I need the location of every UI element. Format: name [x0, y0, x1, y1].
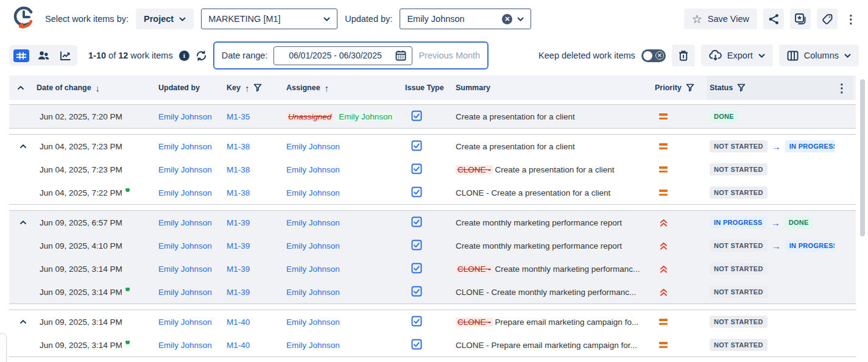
- assignee-link[interactable]: Emily Johnson: [286, 142, 340, 151]
- assignee-link[interactable]: Emily Johnson: [286, 341, 340, 350]
- tag-icon: [822, 13, 833, 25]
- clear-filter-icon[interactable]: ✕: [502, 14, 512, 24]
- delete-button[interactable]: [672, 44, 695, 66]
- table-kebab-menu-icon[interactable]: ⋮: [836, 79, 848, 97]
- assignee-link[interactable]: Emily Johnson: [286, 188, 340, 197]
- side-panel-tab[interactable]: [0, 333, 7, 362]
- assignee-link[interactable]: Emily Johnson: [286, 218, 340, 227]
- work-item-key-link[interactable]: M1-39: [227, 241, 250, 250]
- updated-by-link[interactable]: Emily Johnson: [158, 165, 212, 174]
- export-button[interactable]: Export: [701, 44, 773, 66]
- work-item-key-link[interactable]: M1-39: [227, 264, 250, 274]
- column-header-issue-type: Issue Type: [405, 83, 444, 92]
- sort-asc-icon[interactable]: ↑: [325, 83, 330, 93]
- vertical-scrollbar[interactable]: [860, 79, 865, 236]
- toggle-off-icon: ✕: [655, 51, 664, 60]
- date-of-change-cell: Jun 04, 2025, 7:22 PM: [37, 188, 158, 197]
- saved-views-button[interactable]: [790, 9, 811, 29]
- table-row[interactable]: Jun 09, 2025, 4:10 PM Emily Johnson M1-3…: [9, 234, 856, 257]
- updated-by-link[interactable]: Emily Johnson: [158, 241, 212, 250]
- share-button[interactable]: [763, 9, 784, 29]
- sort-desc-icon[interactable]: ↓: [96, 83, 101, 93]
- filter-icon[interactable]: [686, 83, 694, 92]
- tag-button[interactable]: [817, 9, 838, 29]
- people-view-icon[interactable]: [34, 48, 53, 63]
- filter-icon[interactable]: [253, 83, 262, 92]
- chart-view-icon[interactable]: [55, 48, 75, 63]
- collapse-group-button[interactable]: [18, 142, 29, 151]
- kebab-menu-icon[interactable]: ⋮: [844, 9, 858, 29]
- medium-priority-icon: [659, 113, 668, 119]
- info-icon[interactable]: i: [179, 51, 189, 61]
- keep-deleted-toggle[interactable]: ✕: [641, 49, 666, 62]
- table-row[interactable]: Jun 04, 2025, 7:22 PM Emily Johnson M1-3…: [9, 181, 856, 204]
- assignee-link[interactable]: Emily Johnson: [286, 241, 340, 250]
- table-row[interactable]: Jun 09, 2025, 3:14 PM Emily Johnson M1-3…: [9, 257, 856, 280]
- count-suffix: work items: [130, 51, 172, 60]
- columns-button[interactable]: Columns: [779, 44, 859, 66]
- summary-text: CLONE - Prepare email marketing campaign…: [456, 341, 637, 350]
- assignee-link[interactable]: Emily Johnson: [286, 264, 340, 274]
- updated-by-link[interactable]: Emily Johnson: [158, 318, 212, 327]
- updated-by-link[interactable]: Emily Johnson: [158, 341, 212, 350]
- task-issue-type-icon: [405, 240, 422, 250]
- updated-by-link[interactable]: Emily Johnson: [158, 218, 212, 227]
- project-select[interactable]: MARKETING [M1]: [201, 9, 337, 29]
- assignee-link[interactable]: Emily Johnson: [286, 318, 340, 327]
- work-item-key-link[interactable]: M1-39: [227, 288, 250, 297]
- work-item-key-link[interactable]: M1-40: [227, 341, 250, 350]
- calendar-icon[interactable]: [395, 50, 406, 61]
- status-badge: DONE: [710, 110, 738, 122]
- medium-priority-icon: [659, 190, 668, 195]
- assignee-cell: Emily Johnson: [286, 318, 405, 327]
- updated-by-link[interactable]: Emily Johnson: [158, 142, 212, 151]
- work-item-key-link[interactable]: M1-35: [227, 112, 250, 121]
- summary-text: Create a presentation for a client: [456, 142, 575, 151]
- date-range-input[interactable]: 06/01/2025 - 06/30/2025: [273, 46, 412, 65]
- task-issue-type-icon: [405, 186, 422, 197]
- table-row[interactable]: Jun 02, 2025, 7:20 PM Emily Johnson M1-3…: [9, 105, 856, 128]
- summary-text: Create monthly marketing performance rep…: [456, 241, 622, 250]
- assignee-cell: Emily Johnson: [286, 218, 405, 227]
- assignee-link[interactable]: Emily Johnson: [286, 165, 340, 174]
- updated-by-select[interactable]: Emily Johnson ✕: [400, 9, 531, 29]
- updated-by-link[interactable]: Emily Johnson: [158, 288, 212, 297]
- medium-priority-icon: [659, 166, 668, 172]
- date-of-change-cell: Jun 09, 2025, 3:14 PM: [37, 318, 158, 327]
- work-item-key-link[interactable]: M1-38: [227, 165, 250, 174]
- app-logo-history-clock-icon: [10, 4, 38, 34]
- collapse-group-button[interactable]: [18, 318, 29, 326]
- removed-summary-prefix: CLONE -: [456, 318, 493, 327]
- work-item-change-group: Jun 04, 2025, 7:23 PM Emily Johnson M1-3…: [9, 134, 856, 205]
- table-row[interactable]: Jun 09, 2025, 3:14 PM Emily Johnson M1-3…: [9, 280, 856, 303]
- updated-by-link[interactable]: Emily Johnson: [158, 264, 212, 274]
- table-row[interactable]: Jun 09, 2025, 6:57 PM Emily Johnson M1-3…: [9, 211, 856, 234]
- collapse-all-button[interactable]: [18, 86, 24, 90]
- filter-icon[interactable]: [737, 83, 746, 92]
- updated-by-link[interactable]: Emily Johnson: [158, 112, 212, 121]
- table-row[interactable]: Jun 04, 2025, 7:23 PM Emily Johnson M1-3…: [9, 135, 856, 158]
- column-header-status: Status: [710, 83, 733, 92]
- work-item-key-link[interactable]: M1-40: [227, 318, 250, 327]
- table-row[interactable]: Jun 09, 2025, 3:14 PM Emily Johnson M1-4…: [9, 333, 856, 357]
- work-item-key-link[interactable]: M1-38: [227, 188, 250, 197]
- save-view-button[interactable]: ☆ Save View: [684, 9, 757, 29]
- table-view-icon[interactable]: [12, 48, 31, 63]
- summary-text: Create a presentation for a client: [456, 112, 575, 121]
- work-item-change-group: Jun 02, 2025, 7:20 PM Emily Johnson M1-3…: [9, 104, 856, 129]
- created-indicator-dot: [125, 341, 130, 344]
- table-row[interactable]: Jun 04, 2025, 7:23 PM Emily Johnson M1-3…: [9, 158, 856, 181]
- task-issue-type-icon: [405, 286, 422, 297]
- collapse-group-button[interactable]: [18, 218, 29, 227]
- table-row[interactable]: Jun 09, 2025, 3:14 PM Emily Johnson M1-4…: [9, 310, 856, 333]
- sort-asc-icon[interactable]: ↑: [245, 83, 250, 93]
- issue-type-cell: [405, 110, 456, 123]
- work-item-key-link[interactable]: M1-38: [227, 142, 250, 151]
- refresh-icon[interactable]: [196, 50, 207, 62]
- assignee-link[interactable]: Emily Johnson: [286, 288, 340, 297]
- work-item-key-link[interactable]: M1-39: [227, 218, 250, 227]
- updated-by-link[interactable]: Emily Johnson: [158, 188, 212, 197]
- toggle-knob: [643, 51, 652, 60]
- summary-cell: Create a presentation for a client: [456, 142, 652, 151]
- select-by-dropdown[interactable]: Project: [136, 9, 194, 29]
